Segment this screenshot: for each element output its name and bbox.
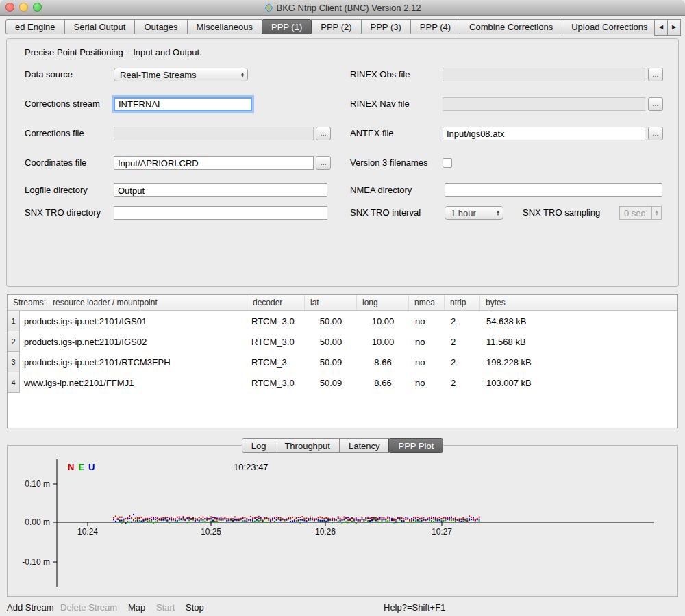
cell-bytes: 198.228 kB xyxy=(480,352,677,372)
main-tabbar: ed Engine Serial Output Outages Miscella… xyxy=(5,19,657,34)
cell-decoder: RTCM_3.0 xyxy=(247,331,305,352)
version3-filenames-checkbox[interactable] xyxy=(443,158,452,168)
column-header-lat: lat xyxy=(305,295,357,310)
cell-bytes: 54.638 kB xyxy=(480,311,677,331)
corrections-file-browse-button[interactable]: ... xyxy=(316,127,331,140)
row-number: 4 xyxy=(8,372,20,393)
antex-file-input[interactable] xyxy=(443,127,645,140)
titlebar: BKG Ntrip Client (BNC) Version 2.12 xyxy=(0,0,685,16)
cell-long: 8.66 xyxy=(357,352,409,372)
tab-throughput[interactable]: Throughput xyxy=(275,438,340,453)
tab-latency[interactable]: Latency xyxy=(339,438,390,453)
rinex-nav-file-label: RINEX Nav file xyxy=(350,97,410,111)
tab-ppp-3[interactable]: PPP (3) xyxy=(361,19,411,34)
cell-bytes: 11.568 kB xyxy=(480,331,677,352)
tab-ppp-4[interactable]: PPP (4) xyxy=(410,19,460,34)
antex-browse-button[interactable]: ... xyxy=(648,127,663,140)
cell-nmea: no xyxy=(409,352,445,372)
bottom-toolbar: Add Stream Delete Stream Map Start Stop … xyxy=(0,600,685,616)
antex-file-label: ANTEX file xyxy=(350,127,394,140)
start-button: Start xyxy=(156,602,175,613)
cell-decoder: RTCM_3.0 xyxy=(247,311,305,331)
cell-nmea: no xyxy=(409,372,445,393)
cell-decoder: RTCM_3 xyxy=(247,352,305,372)
plot-tabbar: Log Throughput Latency PPP Plot xyxy=(0,438,685,453)
app-window: BKG Ntrip Client (BNC) Version 2.12 ed E… xyxy=(0,0,685,616)
column-header-long: long xyxy=(357,295,409,310)
stepper-arrows-icon: ▲▼ xyxy=(651,207,661,219)
tab-log[interactable]: Log xyxy=(242,438,276,453)
column-header-mountpoint: Streams: resource loader / mountpoint xyxy=(8,295,247,310)
cell-long: 10.00 xyxy=(357,331,409,352)
column-header-decoder: decoder xyxy=(247,295,305,310)
delete-stream-button: Delete Stream xyxy=(60,602,117,613)
coordinates-file-label: Coordinates file xyxy=(25,156,86,170)
rinex-obs-file-label: RINEX Obs file xyxy=(350,68,410,81)
logfile-directory-input[interactable] xyxy=(114,183,327,197)
tab-feed-engine[interactable]: ed Engine xyxy=(5,19,65,34)
cell-mountpoint: products.igs-ip.net:2101/RTCM3EPH xyxy=(20,352,247,372)
rinex-obs-browse-button[interactable]: ... xyxy=(648,68,663,81)
window-title: BKG Ntrip Client (BNC) Version 2.12 xyxy=(277,3,421,13)
cell-nmea: no xyxy=(409,311,445,331)
tab-ppp-plot[interactable]: PPP Plot xyxy=(388,438,443,453)
tab-scroll-arrows: ◀ ▶ xyxy=(655,19,681,36)
cell-decoder: RTCM_3.0 xyxy=(247,372,305,393)
data-source-label: Data source xyxy=(25,68,73,81)
data-source-dropdown[interactable]: Real-Time Streams ▲▼ xyxy=(114,68,248,81)
tab-ppp-1[interactable]: PPP (1) xyxy=(262,19,312,34)
table-row[interactable]: 3 products.igs-ip.net:2101/RTCM3EPH RTCM… xyxy=(8,352,677,372)
row-number: 3 xyxy=(8,352,20,372)
streams-table: Streams: resource loader / mountpoint de… xyxy=(7,294,678,428)
cell-ntrip: 2 xyxy=(445,352,480,372)
logfile-directory-label: Logfile directory xyxy=(25,183,88,197)
cell-mountpoint: products.igs-ip.net:2101/IGS02 xyxy=(20,331,247,352)
tab-ppp-2[interactable]: PPP (2) xyxy=(311,19,361,34)
version3-filenames-label: Version 3 filenames xyxy=(350,156,427,170)
map-button[interactable]: Map xyxy=(128,602,145,613)
snx-tro-interval-dropdown[interactable]: 1 hour ▲▼ xyxy=(445,206,503,220)
rinex-nav-browse-button[interactable]: ... xyxy=(648,97,663,111)
table-row[interactable]: 4 www.igs-ip.net:2101/FFMJ1 RTCM_3.0 50.… xyxy=(8,372,677,393)
snx-tro-directory-input[interactable] xyxy=(114,206,327,220)
row-number: 2 xyxy=(8,331,20,352)
tab-combine-corrections[interactable]: Combine Corrections xyxy=(460,19,562,34)
popup-arrows-icon: ▲▼ xyxy=(496,210,503,216)
table-row[interactable]: 1 products.igs-ip.net:2101/IGS01 RTCM_3.… xyxy=(8,311,677,331)
snx-tro-interval-label: SNX TRO interval xyxy=(350,206,421,220)
coordinates-file-input[interactable] xyxy=(114,156,314,170)
tab-outages[interactable]: Outages xyxy=(134,19,187,34)
rinex-obs-file-input xyxy=(443,68,645,81)
ppp-plot: N E U 10:23:47 0.10 m 0.00 m -0.10 m 10:… xyxy=(7,445,678,597)
coordinates-file-browse-button[interactable]: ... xyxy=(316,156,331,170)
cell-lat: 50.00 xyxy=(305,311,357,331)
cell-lat: 50.00 xyxy=(305,331,357,352)
snx-tro-directory-label: SNX TRO directory xyxy=(25,206,101,220)
stop-button[interactable]: Stop xyxy=(186,602,204,613)
column-header-nmea: nmea xyxy=(409,295,445,310)
streams-table-header: Streams: resource loader / mountpoint de… xyxy=(8,295,677,311)
table-row[interactable]: 2 products.igs-ip.net:2101/IGS02 RTCM_3.… xyxy=(8,331,677,352)
tab-serial-output[interactable]: Serial Output xyxy=(64,19,136,34)
corrections-file-label: Corrections file xyxy=(25,127,84,140)
tab-scroll-right-icon[interactable]: ▶ xyxy=(667,19,681,36)
data-source-value: Real-Time Streams xyxy=(120,70,196,80)
corrections-file-input xyxy=(114,127,314,140)
corrections-stream-input[interactable] xyxy=(114,97,252,111)
cell-ntrip: 2 xyxy=(445,331,480,352)
cell-ntrip: 2 xyxy=(445,372,480,393)
tab-scroll-left-icon[interactable]: ◀ xyxy=(654,19,668,36)
app-icon xyxy=(264,3,273,12)
cell-mountpoint: products.igs-ip.net:2101/IGS01 xyxy=(20,311,247,331)
plot-canvas xyxy=(8,446,677,596)
tab-miscellaneous[interactable]: Miscellaneous xyxy=(187,19,262,34)
tab-upload-corrections[interactable]: Upload Corrections xyxy=(562,19,657,34)
help-shortcut-label: Help?=Shift+F1 xyxy=(384,602,445,613)
popup-arrows-icon: ▲▼ xyxy=(240,72,247,77)
snx-tro-sampling-value: 0 sec xyxy=(624,208,645,218)
cell-long: 10.00 xyxy=(357,311,409,331)
nmea-directory-input[interactable] xyxy=(445,183,662,197)
cell-lat: 50.09 xyxy=(305,372,357,393)
add-stream-button[interactable]: Add Stream xyxy=(7,602,54,613)
cell-mountpoint: www.igs-ip.net:2101/FFMJ1 xyxy=(20,372,247,393)
